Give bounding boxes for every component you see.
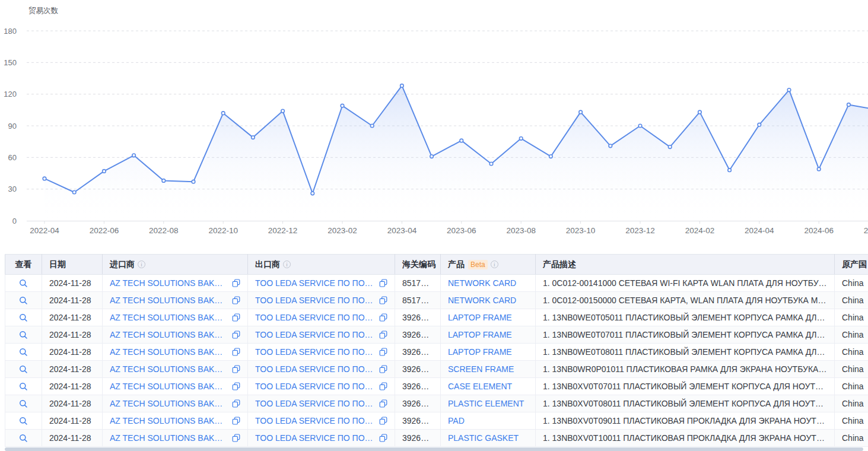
importer-link[interactable]: AZ TECH SOLUTIONS BAKU MMC (110, 313, 228, 322)
copy-importer-button[interactable] (232, 417, 240, 425)
table-row: 2024-11-28AZ TECH SOLUTIONS BAKU MMCTOO … (5, 430, 868, 447)
product-link[interactable]: SCREEN FRAME (448, 364, 514, 374)
copy-exporter-button[interactable] (379, 331, 387, 339)
view-record-button[interactable] (19, 348, 28, 357)
data-point-marker[interactable] (758, 123, 761, 126)
data-point-marker[interactable] (489, 162, 493, 166)
view-record-button[interactable] (19, 365, 28, 374)
importer-link[interactable]: AZ TECH SOLUTIONS BAKU MMC (110, 347, 228, 357)
data-point-marker[interactable] (221, 112, 225, 115)
product-link[interactable]: NETWORK CARD (448, 296, 516, 305)
data-point-marker[interactable] (162, 179, 166, 183)
hs-code-cell: 3926909... (395, 326, 441, 344)
copy-exporter-button[interactable] (379, 434, 387, 442)
data-point-marker[interactable] (281, 109, 285, 113)
copy-importer-button[interactable] (232, 348, 240, 356)
product-link[interactable]: LAPTOP FRAME (448, 347, 512, 357)
data-point-marker[interactable] (668, 145, 672, 149)
copy-importer-button[interactable] (232, 382, 240, 390)
view-record-button[interactable] (19, 382, 28, 391)
copy-exporter-button[interactable] (379, 348, 387, 356)
data-point-marker[interactable] (370, 124, 374, 128)
exporter-link[interactable]: TOO LEDA SERVICE ПО ПОРУЧЕН... (255, 313, 375, 322)
product-link[interactable]: CASE ELEMENT (448, 382, 512, 391)
copy-importer-button[interactable] (232, 279, 240, 287)
copy-exporter-button[interactable] (379, 365, 387, 373)
data-point-marker[interactable] (341, 104, 344, 107)
importer-link[interactable]: AZ TECH SOLUTIONS BAKU MMC (110, 330, 228, 339)
view-record-button[interactable] (19, 399, 28, 408)
view-record-button[interactable] (19, 296, 28, 305)
data-point-marker[interactable] (72, 190, 76, 194)
data-point-marker[interactable] (728, 169, 732, 172)
copy-exporter-button[interactable] (379, 399, 387, 408)
data-point-marker[interactable] (103, 170, 106, 173)
product-link[interactable]: PAD (448, 416, 465, 425)
importer-link[interactable]: AZ TECH SOLUTIONS BAKU MMC (110, 278, 228, 288)
table-row: 2024-11-28AZ TECH SOLUTIONS BAKU MMCTOO … (5, 309, 868, 326)
copy-importer-button[interactable] (232, 399, 240, 408)
exporter-link[interactable]: TOO LEDA SERVICE ПО ПОРУЧЕН... (255, 330, 375, 339)
magnifier-icon (19, 331, 28, 339)
info-icon[interactable]: i (138, 261, 145, 268)
copy-importer-button[interactable] (232, 365, 240, 373)
product-link[interactable]: PLASTIC ELEMENT (448, 399, 524, 408)
exporter-link[interactable]: TOO LEDA SERVICE ПО ПОРУЧЕН... (255, 364, 375, 374)
data-point-marker[interactable] (817, 167, 821, 171)
view-record-button[interactable] (19, 434, 28, 443)
view-record-button[interactable] (19, 331, 28, 339)
copy-importer-button[interactable] (232, 331, 240, 339)
importer-link[interactable]: AZ TECH SOLUTIONS BAKU MMC (110, 364, 228, 374)
exporter-link[interactable]: TOO LEDA SERVICE ПО ПОРУЧЕН... (255, 347, 375, 357)
copy-importer-button[interactable] (232, 296, 240, 304)
data-point-marker[interactable] (430, 155, 434, 158)
data-point-marker[interactable] (192, 180, 195, 183)
data-point-marker[interactable] (549, 155, 553, 158)
data-point-marker[interactable] (638, 124, 642, 128)
data-point-marker[interactable] (847, 103, 851, 107)
view-record-button[interactable] (19, 417, 28, 425)
product-link[interactable]: LAPTOP FRAME (448, 330, 512, 339)
data-point-marker[interactable] (132, 154, 136, 157)
exporter-link[interactable]: TOO LEDA SERVICE ПО ПОРУЧЕН... (255, 433, 375, 443)
copy-exporter-button[interactable] (379, 296, 387, 304)
importer-link[interactable]: AZ TECH SOLUTIONS BAKU MMC (110, 399, 228, 408)
exporter-link[interactable]: TOO LEDA SERVICE ПО ПОРУЧЕН... (255, 296, 375, 305)
data-point-marker[interactable] (400, 84, 404, 88)
product-link[interactable]: NETWORK CARD (448, 278, 516, 288)
y-axis-tick-label: 60 (8, 153, 17, 162)
importer-link[interactable]: AZ TECH SOLUTIONS BAKU MMC (110, 382, 228, 391)
copy-exporter-button[interactable] (379, 279, 387, 287)
data-point-marker[interactable] (519, 137, 523, 141)
info-icon[interactable]: i (491, 261, 498, 268)
data-point-marker[interactable] (460, 139, 463, 142)
copy-importer-button[interactable] (232, 313, 240, 322)
column-header-exporter: 出口商i (248, 255, 395, 275)
data-point-marker[interactable] (609, 144, 612, 148)
info-icon[interactable]: i (283, 261, 291, 268)
product-link[interactable]: PLASTIC GASKET (448, 433, 519, 443)
x-axis-tick-label: 2023-12 (625, 226, 655, 235)
copy-exporter-button[interactable] (379, 417, 387, 425)
product-link[interactable]: LAPTOP FRAME (448, 313, 512, 322)
data-point-marker[interactable] (698, 110, 702, 114)
copy-exporter-button[interactable] (379, 382, 387, 390)
importer-link[interactable]: AZ TECH SOLUTIONS BAKU MMC (110, 296, 228, 305)
view-record-button[interactable] (19, 279, 28, 288)
exporter-link[interactable]: TOO LEDA SERVICE ПО ПОРУЧЕН... (255, 278, 375, 288)
data-point-marker[interactable] (787, 88, 791, 92)
exporter-link[interactable]: TOO LEDA SERVICE ПО ПОРУЧЕН... (255, 382, 375, 391)
exporter-link[interactable]: TOO LEDA SERVICE ПО ПОРУЧЕН... (255, 399, 375, 408)
importer-link[interactable]: AZ TECH SOLUTIONS BAKU MMC (110, 416, 228, 425)
copy-importer-button[interactable] (232, 434, 240, 442)
data-point-marker[interactable] (43, 177, 46, 180)
importer-link[interactable]: AZ TECH SOLUTIONS BAKU MMC (110, 433, 228, 443)
data-point-marker[interactable] (252, 136, 255, 139)
data-point-marker[interactable] (311, 192, 314, 195)
view-record-button[interactable] (19, 313, 28, 322)
x-axis-tick-label: 2022-04 (30, 226, 59, 235)
data-point-marker[interactable] (579, 110, 583, 114)
exporter-link[interactable]: TOO LEDA SERVICE ПО ПОРУЧЕН... (255, 416, 375, 425)
copy-exporter-button[interactable] (379, 313, 387, 322)
horizontal-scrollbar-thumb[interactable] (5, 447, 863, 451)
